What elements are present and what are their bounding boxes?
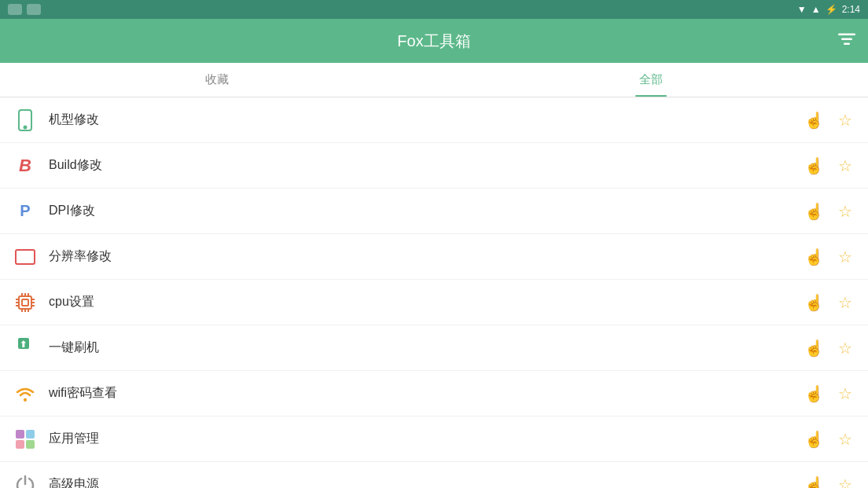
wifi-icon — [13, 381, 38, 406]
touch-button[interactable]: ☝ — [801, 290, 827, 315]
star-button[interactable]: ☆ — [835, 472, 855, 489]
flash-icon: ⬆ — [13, 336, 38, 361]
list-item[interactable]: P DPI修改 ☝ ☆ — [0, 189, 868, 234]
touch-button[interactable]: ☝ — [801, 199, 827, 224]
cpu-icon — [13, 290, 38, 315]
apps-icon — [13, 427, 38, 452]
svg-rect-6 — [22, 299, 28, 306]
list-item[interactable]: ⬆ 一键刷机 ☝ ☆ — [0, 325, 868, 371]
phone-icon — [13, 108, 38, 133]
item-label: cpu设置 — [49, 294, 801, 310]
item-actions: ☝ ☆ — [801, 381, 855, 406]
list-item[interactable]: 机型修改 ☝ ☆ — [0, 97, 868, 143]
tab-favorites[interactable]: 收藏 — [0, 63, 434, 97]
list-item[interactable]: cpu设置 ☝ ☆ — [0, 280, 868, 325]
item-label: 高级电源 — [49, 476, 801, 488]
svg-point-22 — [24, 398, 27, 402]
item-label: Build修改 — [49, 157, 801, 174]
status-bar-right: ▼ ▲ ⚡ 2:14 — [797, 4, 860, 15]
star-button[interactable]: ☆ — [835, 244, 855, 270]
item-actions: ☝ ☆ — [801, 336, 855, 361]
list-item[interactable]: wifi密码查看 ☝ ☆ — [0, 371, 868, 416]
item-label: 分辨率修改 — [49, 248, 801, 265]
tab-all[interactable]: 全部 — [434, 63, 868, 97]
svg-rect-25 — [16, 440, 24, 449]
resolution-icon — [13, 244, 38, 270]
star-button[interactable]: ☆ — [835, 199, 855, 224]
svg-rect-2 — [844, 43, 850, 46]
status-btn-1 — [8, 4, 22, 15]
filter-button[interactable] — [838, 32, 855, 50]
touch-button[interactable]: ☝ — [801, 427, 827, 452]
star-button[interactable]: ☆ — [835, 336, 855, 361]
star-button[interactable]: ☆ — [835, 290, 855, 315]
touch-button[interactable]: ☝ — [801, 472, 827, 489]
tabs-container: 收藏 全部 — [0, 63, 868, 97]
touch-button[interactable]: ☝ — [801, 153, 827, 178]
svg-point-4 — [24, 126, 27, 128]
status-bar-left — [8, 4, 41, 15]
touch-button[interactable]: ☝ — [801, 108, 827, 133]
svg-rect-24 — [26, 430, 35, 438]
list-item[interactable]: 高级电源 ☝ ☆ — [0, 462, 868, 488]
wifi-icon: ▼ — [797, 4, 807, 15]
status-bar: ▼ ▲ ⚡ 2:14 — [0, 0, 868, 19]
svg-text:⬆: ⬆ — [20, 339, 27, 349]
app-header: Fox工具箱 — [0, 19, 868, 63]
list-item[interactable]: B Build修改 ☝ ☆ — [0, 143, 868, 189]
touch-button[interactable]: ☝ — [801, 381, 827, 406]
item-label: 一键刷机 — [49, 339, 801, 356]
list-item[interactable]: 应用管理 ☝ ☆ — [0, 416, 868, 462]
item-actions: ☝ ☆ — [801, 244, 855, 270]
item-actions: ☝ ☆ — [801, 472, 855, 489]
item-label: 机型修改 — [49, 112, 801, 128]
battery-icon: ⚡ — [826, 4, 837, 15]
power-icon — [13, 472, 38, 489]
svg-rect-23 — [16, 430, 24, 438]
item-label: wifi密码查看 — [49, 385, 801, 402]
star-button[interactable]: ☆ — [835, 153, 855, 178]
build-icon: B — [13, 153, 38, 178]
tools-list: 机型修改 ☝ ☆ B Build修改 ☝ ☆ P DPI修改 ☝ ☆ 分辨率修改 — [0, 97, 868, 488]
item-actions: ☝ ☆ — [801, 199, 855, 224]
time-display: 2:14 — [842, 4, 860, 15]
svg-rect-0 — [838, 34, 855, 36]
svg-rect-1 — [841, 39, 852, 41]
item-actions: ☝ ☆ — [801, 290, 855, 315]
star-button[interactable]: ☆ — [835, 427, 855, 452]
item-actions: ☝ ☆ — [801, 153, 855, 178]
star-button[interactable]: ☆ — [835, 108, 855, 133]
star-button[interactable]: ☆ — [835, 381, 855, 406]
app-title: Fox工具箱 — [397, 31, 470, 52]
list-item[interactable]: 分辨率修改 ☝ ☆ — [0, 234, 868, 280]
touch-button[interactable]: ☝ — [801, 336, 827, 361]
item-label: 应用管理 — [49, 431, 801, 447]
item-actions: ☝ ☆ — [801, 427, 855, 452]
svg-rect-5 — [19, 296, 31, 309]
svg-rect-26 — [26, 440, 35, 449]
item-label: DPI修改 — [49, 203, 801, 219]
touch-button[interactable]: ☝ — [801, 244, 827, 270]
dpi-icon: P — [13, 199, 38, 224]
item-actions: ☝ ☆ — [801, 108, 855, 133]
status-btn-2 — [27, 4, 41, 15]
signal-icon: ▲ — [811, 4, 821, 15]
